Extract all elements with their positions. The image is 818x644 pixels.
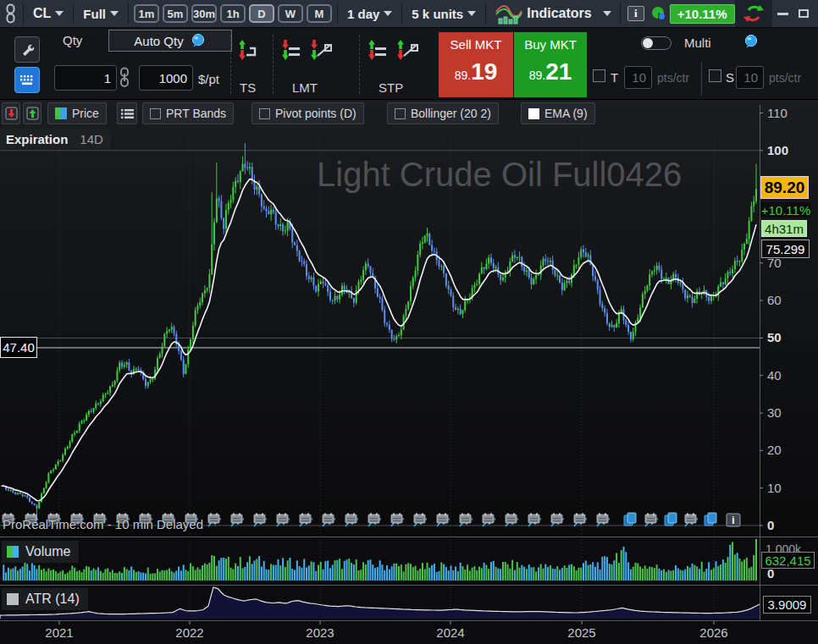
divider — [230, 35, 231, 94]
keyboard-icon — [18, 73, 36, 87]
chart-region[interactable]: 0102030405060701001101,000k0202120222023… — [0, 100, 818, 644]
timeframe-5m[interactable]: 5m — [163, 4, 188, 23]
period-label: 1 day — [347, 7, 379, 21]
overlay-prt-bands[interactable]: PRT Bands — [142, 102, 234, 124]
mode-select[interactable]: Full — [77, 7, 124, 21]
buy-limit-button[interactable] — [308, 38, 334, 79]
minimize-button[interactable] — [777, 13, 788, 15]
sell-limit-button[interactable] — [279, 38, 303, 79]
expiration-label: Expiration — [6, 132, 68, 146]
stp-label: STP — [379, 80, 403, 95]
target-unit: pts/ctr — [657, 71, 689, 85]
checkbox-icon[interactable] — [259, 108, 270, 119]
divider — [23, 3, 24, 24]
svg-text:0: 0 — [767, 518, 774, 532]
toggle-knob — [643, 38, 653, 48]
checkbox-checked-icon[interactable] — [528, 108, 539, 119]
stop-label: S — [726, 70, 734, 85]
list-icon — [121, 108, 134, 119]
sell-label: Sell MKT — [439, 37, 513, 52]
multi-label: Multi — [684, 36, 711, 50]
timeframe-30m[interactable]: 30m — [191, 4, 217, 23]
refresh-button[interactable] — [735, 0, 772, 27]
order-settings-button[interactable] — [14, 36, 40, 63]
qty-tab[interactable]: Qty — [63, 33, 82, 47]
refresh-icon — [742, 3, 765, 25]
chevron-down-icon — [55, 11, 64, 16]
wrench-icon — [20, 42, 35, 57]
overlay-bollinger[interactable]: Bollinger (20 2) — [387, 102, 499, 124]
timeframe-weekly[interactable]: W — [278, 4, 303, 23]
lmt-label: LMT — [292, 80, 318, 95]
instrument-select[interactable]: CL — [27, 6, 69, 21]
checkbox-icon[interactable] — [395, 108, 406, 119]
indicators-button[interactable]: Indicators — [489, 3, 597, 25]
scale-up-button[interactable] — [23, 102, 41, 124]
buy-stop-button[interactable] — [395, 38, 420, 79]
per-point-input[interactable] — [139, 65, 193, 91]
divider — [128, 3, 129, 24]
sell-market-button[interactable]: Sell MKT 89.19 — [439, 32, 513, 97]
ts-label: TS — [240, 80, 256, 95]
multi-toggle[interactable] — [641, 36, 672, 50]
target-checkbox[interactable] — [593, 69, 605, 82]
auto-qty-label: Auto Qty — [134, 34, 183, 48]
overlay-ema[interactable]: EMA (9) — [521, 102, 595, 124]
trading-app-window: CL Full 1m 5m 30m 1h D W M 1 day 5 k uni… — [0, 0, 818, 644]
volume-pane-label[interactable]: Volume — [2, 541, 79, 563]
divider — [401, 3, 402, 24]
overlay-pivot-points[interactable]: Pivot points (D) — [251, 102, 364, 124]
sell-stop-button[interactable] — [366, 38, 390, 79]
divider — [620, 3, 621, 24]
indicators-dropdown[interactable] — [598, 11, 616, 16]
link-charts-icon[interactable] — [0, 3, 19, 24]
indicators-icon — [495, 3, 522, 25]
maximize-button[interactable] — [799, 9, 809, 18]
timeframe-1m[interactable]: 1m — [134, 4, 159, 23]
stop-points-input[interactable] — [736, 66, 764, 89]
timeframe-monthly[interactable]: M — [307, 4, 332, 23]
stop-unit: pts/ctr — [769, 71, 801, 85]
arrow-down-page-icon — [5, 107, 18, 120]
buy-market-button[interactable]: Buy MKT 89.21 — [514, 32, 587, 97]
units-select[interactable]: 5 k units — [406, 7, 482, 21]
atr-pane-label[interactable]: ATR (14) — [2, 588, 88, 610]
data-delay-note: ProRealTime.com - 10 min Delayed — [3, 517, 203, 531]
link-qty-icon[interactable] — [119, 67, 130, 91]
expiration-value: 14D — [80, 132, 103, 146]
chevron-down-icon — [110, 11, 119, 16]
keypad-button[interactable] — [14, 67, 40, 93]
window-controls: × — [777, 8, 818, 19]
svg-text:60: 60 — [767, 293, 782, 307]
price-series-button[interactable]: Price — [47, 102, 107, 124]
quantity-input[interactable] — [54, 65, 117, 91]
indicators-label: Indicators — [527, 6, 591, 21]
donut-chart-icon — [651, 6, 666, 21]
target-points-input[interactable] — [624, 66, 652, 89]
timeframe-daily[interactable]: D — [249, 4, 274, 23]
divider — [485, 3, 486, 24]
info-icon: i — [627, 6, 644, 21]
chart-style-button[interactable] — [648, 6, 670, 21]
checkbox-icon[interactable] — [150, 108, 161, 119]
multi-help-bubble-icon[interactable] — [743, 35, 760, 52]
auto-qty-tab[interactable]: Auto Qty — [108, 30, 232, 52]
help-bubble-icon[interactable] — [191, 34, 207, 47]
indicator-list-button[interactable] — [117, 102, 137, 124]
timeframe-1h[interactable]: 1h — [220, 4, 246, 23]
price-line-label: 47.40 — [0, 337, 37, 358]
trailing-stop-button[interactable] — [236, 38, 260, 79]
top-toolbar: CL Full 1m 5m 30m 1h D W M 1 day 5 k uni… — [0, 0, 818, 28]
session-change-badge: +10.11% — [670, 4, 735, 24]
stop-checkbox[interactable] — [709, 69, 721, 82]
arrow-up-page-icon — [26, 107, 39, 120]
overlay-label: Pivot points (D) — [275, 107, 356, 120]
scale-down-button[interactable] — [2, 102, 20, 124]
buy-price-big: 21 — [545, 58, 572, 85]
order-panel: Qty Auto Qty $/pt TS — [0, 28, 818, 100]
period-select[interactable]: 1 day — [341, 7, 398, 21]
settlement-price-badge: 75.299 — [761, 239, 810, 258]
buy-label: Buy MKT — [514, 37, 587, 52]
svg-text:i: i — [732, 515, 734, 526]
info-button[interactable]: i — [624, 6, 648, 21]
